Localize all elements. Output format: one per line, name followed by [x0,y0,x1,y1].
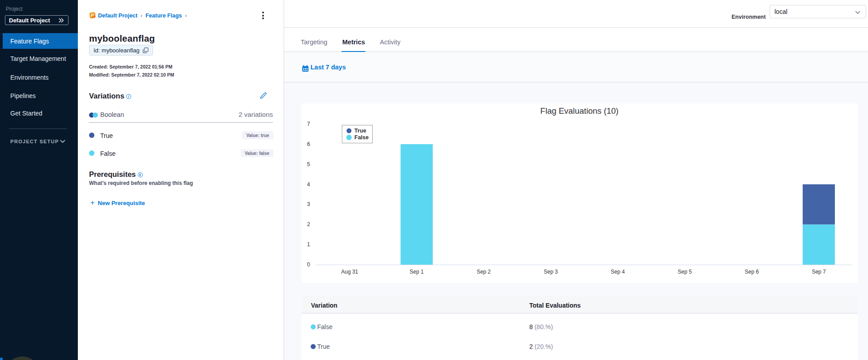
svg-text:False: False [354,134,369,141]
svg-text:Sep 5: Sep 5 [678,269,692,275]
svg-text:Aug 31: Aug 31 [341,269,358,275]
svg-text:1: 1 [307,241,310,248]
svg-text:True: True [354,128,366,134]
svg-text:4: 4 [307,181,310,188]
svg-text:Sep 4: Sep 4 [611,269,625,275]
svg-text:5: 5 [307,161,310,167]
svg-text:Sep 2: Sep 2 [477,269,491,275]
svg-text:Sep 6: Sep 6 [745,269,759,275]
svg-text:0: 0 [307,261,310,268]
svg-text:7: 7 [307,121,310,127]
svg-text:2: 2 [307,221,310,227]
svg-text:6: 6 [307,141,310,147]
svg-text:Sep 7: Sep 7 [812,269,826,275]
svg-text:Flag Evaluations (10): Flag Evaluations (10) [540,106,619,116]
svg-text:3: 3 [307,201,310,207]
svg-text:Sep 1: Sep 1 [410,269,424,275]
svg-text:Sep 3: Sep 3 [544,269,558,275]
